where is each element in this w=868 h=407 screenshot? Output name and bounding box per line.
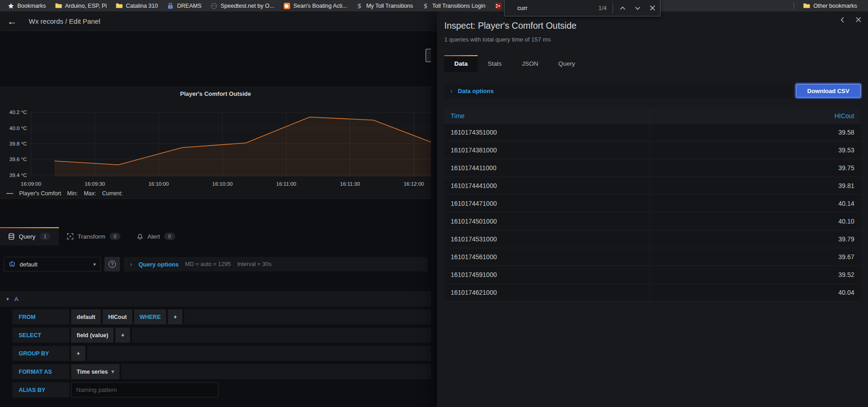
legend-max-label: Max: xyxy=(84,190,96,197)
folder-icon xyxy=(803,2,810,9)
datasource-help-button[interactable]: ? xyxy=(104,257,120,271)
table-row: 161017447100040.14 xyxy=(444,195,861,213)
tab-label: Query xyxy=(19,233,36,240)
editor-tabbar: Query 1 Transform 0 Alert xyxy=(0,227,431,245)
where-segment[interactable]: WHERE xyxy=(134,309,166,324)
cell-time: 1610174351000 xyxy=(444,124,650,141)
add-condition-button[interactable]: + xyxy=(168,309,182,324)
timeseries-chart[interactable]: 16:09:0016:09:3016:10:0016:10:3016:11:00… xyxy=(0,101,431,188)
cell-time: 1610174561000 xyxy=(444,248,650,266)
cell-time: 1610174411000 xyxy=(444,159,650,177)
format-as-select[interactable]: Time series ▾ xyxy=(71,364,120,379)
bookmark-bookmarks[interactable]: Bookmarks xyxy=(3,1,51,10)
nodered-icon xyxy=(494,2,501,9)
tab-data[interactable]: Data xyxy=(444,55,478,72)
query-ref-header[interactable]: ▾ A xyxy=(0,291,431,307)
x-axis-tick-label: 16:11:00 xyxy=(276,181,296,187)
from-policy-segment[interactable]: default xyxy=(71,309,101,324)
find-divider xyxy=(613,3,613,13)
tab-alert[interactable]: Alert 0 xyxy=(129,227,183,245)
cell-hicout: 39.75 xyxy=(650,159,861,177)
close-icon xyxy=(650,5,655,11)
lock-icon xyxy=(167,2,174,9)
bookmark-label: Speedtest.net by O... xyxy=(221,3,274,9)
table-row: 161017435100039.58 xyxy=(444,124,861,141)
bookmark-toll-transitions-login[interactable]: Toll Transitions Login xyxy=(418,1,490,10)
legend-series-label[interactable]: Player's Comfort xyxy=(19,190,61,197)
transform-icon xyxy=(67,233,73,240)
from-measurement-segment[interactable]: HICout xyxy=(103,309,132,324)
chart-legend: Player's Comfort Min: Max: Current: xyxy=(0,188,431,198)
globe-icon xyxy=(356,2,363,9)
panel-edit-area: Player's Comfort Outside 16:09:0016:09:3… xyxy=(0,31,431,407)
find-previous-button[interactable] xyxy=(615,2,630,15)
chevron-left-icon xyxy=(839,16,846,23)
datasource-select[interactable]: default ▾ xyxy=(4,257,101,271)
column-header-time[interactable]: Time xyxy=(444,109,650,123)
tab-json[interactable]: JSON xyxy=(512,55,548,72)
breadcrumb: Wx records / Edit Panel xyxy=(29,17,100,25)
cell-hicout: 39.79 xyxy=(650,230,861,248)
find-query-input[interactable]: curr xyxy=(517,5,598,11)
download-csv-button[interactable]: Download CSV xyxy=(796,84,861,98)
add-group-by-button[interactable]: + xyxy=(71,346,85,361)
chevron-right-icon: › xyxy=(450,87,452,94)
series-area-fill xyxy=(54,117,431,177)
datasource-icon xyxy=(9,261,16,268)
query-options-label: Query options xyxy=(139,261,179,268)
drawer-close-button[interactable] xyxy=(855,16,862,24)
help-icon: ? xyxy=(109,261,116,268)
folder-icon xyxy=(55,2,62,9)
find-next-button[interactable] xyxy=(630,2,645,15)
row-filler xyxy=(87,346,431,361)
bookmark-sean-s-boating-acti[interactable]: Sean's Boating Acti... xyxy=(279,1,352,10)
column-header-hicout[interactable]: HICout xyxy=(650,109,861,123)
legend-min-label: Min: xyxy=(67,190,78,197)
x-axis-tick-label: 16:12:00 xyxy=(404,181,424,187)
y-axis-tick-label: 39.4 °C xyxy=(10,172,27,178)
bookmark-label: Catalina 310 xyxy=(126,3,158,9)
query-options-bar[interactable]: › Query options MD = auto = 1295 Interva… xyxy=(124,257,427,271)
bookmark-other-bookmarks[interactable]: Other bookmarks xyxy=(799,1,862,10)
toolbar-button-fragment[interactable] xyxy=(426,49,431,62)
cell-time: 1610174441000 xyxy=(444,177,650,194)
tab-transform[interactable]: Transform 0 xyxy=(59,227,129,245)
select-field-segment[interactable]: field (value) xyxy=(71,328,114,343)
bookmarks-bar: BookmarksArduino, ESP, PiCatalina 310DRE… xyxy=(0,0,868,11)
row-filler xyxy=(184,309,431,324)
bookmark-catalina-310[interactable]: Catalina 310 xyxy=(111,1,162,10)
tab-label: Alert xyxy=(147,233,160,240)
y-axis-tick-label: 39.8 °C xyxy=(10,141,27,146)
bookmark-speedtest-net-by-o[interactable]: Speedtest.net by O... xyxy=(206,1,279,10)
alias-by-input[interactable] xyxy=(71,382,218,397)
tab-badge: 0 xyxy=(109,233,120,240)
find-close-button[interactable] xyxy=(645,2,660,15)
bookmark-arduino-esp-pi[interactable]: Arduino, ESP, Pi xyxy=(51,1,112,10)
table-row: 161017450100040.10 xyxy=(444,213,861,230)
tab-badge: 0 xyxy=(164,233,175,240)
drawer-collapse-button[interactable] xyxy=(839,16,846,25)
legend-current-label: Current: xyxy=(102,190,123,197)
data-options-toggle[interactable]: › Data options xyxy=(444,83,791,99)
tab-query[interactable]: Query 1 xyxy=(0,227,59,245)
back-button[interactable]: ← xyxy=(7,16,17,26)
select-label: SELECT xyxy=(12,328,69,343)
cell-time: 1610174531000 xyxy=(444,230,650,248)
grafana-app: ← Wx records / Edit Panel Player's Comfo… xyxy=(0,11,868,407)
cell-hicout: 39.53 xyxy=(650,141,861,159)
cell-hicout: 40.10 xyxy=(650,213,861,230)
inspect-drawer: Inspect: Player's Comfort Outside 1 quer… xyxy=(437,11,868,407)
globe-icon xyxy=(422,2,429,9)
bookmarks-divider xyxy=(794,2,794,9)
tab-query[interactable]: Query xyxy=(548,55,585,72)
tab-stats[interactable]: Stats xyxy=(478,55,512,72)
bookmark-my-toll-transitions[interactable]: My Toll Transitions xyxy=(352,1,418,10)
query-ref-id: A xyxy=(15,296,19,303)
inspect-tabbar: Data Stats JSON Query xyxy=(444,55,861,72)
tab-badge: 1 xyxy=(40,233,51,240)
bookmark-dreams[interactable]: DREAMS xyxy=(162,1,206,10)
chevron-down-icon: ▾ xyxy=(112,369,114,375)
add-select-button[interactable]: + xyxy=(115,328,130,343)
bookmark-label: Toll Transitions Login xyxy=(432,3,486,9)
find-match-count: 1/4 xyxy=(598,5,607,11)
